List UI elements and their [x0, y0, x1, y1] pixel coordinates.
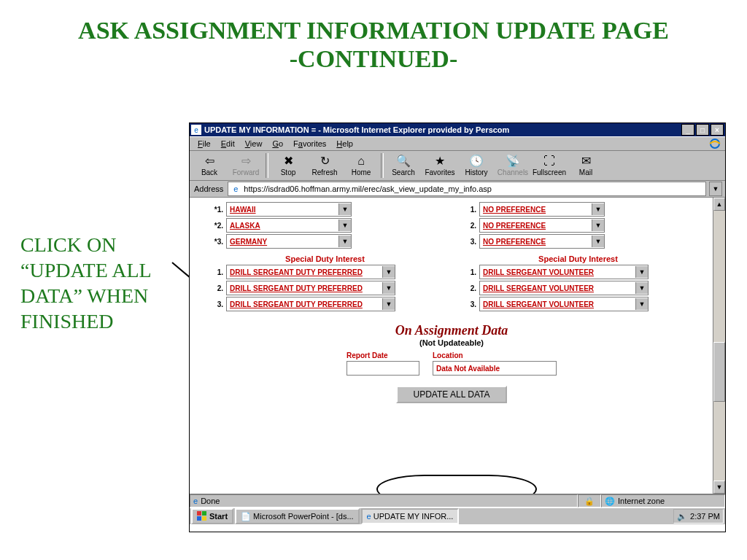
clock: 2:37 PM — [690, 512, 720, 521]
oad-subheading: (Not Updateable) — [198, 338, 705, 347]
scroll-down-button[interactable]: ▼ — [713, 481, 725, 494]
chevron-down-icon: ▼ — [382, 298, 395, 310]
start-label: Start — [209, 512, 228, 521]
fullscreen-icon: ⛶ — [543, 155, 555, 168]
pref-select[interactable]: NO PREFERENCE▼ — [479, 218, 605, 233]
tray-icon[interactable]: 🔈 — [677, 512, 687, 521]
page-icon: e — [191, 125, 201, 135]
sdi-select[interactable]: DRILL SERGEANT VOLUNTEER▼ — [479, 281, 649, 295]
page-icon: e — [193, 497, 198, 505]
maximize-button[interactable]: □ — [696, 124, 709, 136]
sdi-heading: Special Duty Interest — [452, 254, 705, 263]
system-tray: 🔈 2:37 PM — [673, 509, 724, 524]
minimize-button[interactable]: _ — [681, 124, 694, 136]
menubar: File Edit View Go Favorites Help — [190, 136, 725, 151]
close-button[interactable]: × — [711, 124, 724, 136]
pref-index: *1. — [198, 206, 226, 214]
sdi-select[interactable]: DRILL SERGEANT DUTY PREFERRED▼ — [226, 265, 395, 279]
windows-logo-icon — [197, 511, 207, 521]
history-button[interactable]: 🕓History — [458, 152, 495, 179]
oad-heading: On Assignment Data — [198, 323, 705, 338]
pref-index: 3. — [452, 238, 479, 246]
instruction-note: CLICK ON “UPDATE ALL DATA” WHEN FINISHED — [20, 232, 166, 334]
chevron-down-icon: ▼ — [635, 266, 648, 278]
scroll-thumb[interactable] — [713, 342, 725, 402]
lock-icon: 🔒 — [584, 497, 595, 506]
chevron-down-icon: ▼ — [592, 203, 604, 215]
scroll-up-button[interactable]: ▲ — [713, 198, 725, 211]
menu-file[interactable]: File — [193, 139, 216, 148]
titlebar: e UPDATE MY INFORMATION = - Microsoft In… — [190, 123, 725, 136]
sdi-heading: Special Duty Interest — [198, 254, 452, 263]
back-icon: ⇦ — [205, 155, 214, 168]
window-title: UPDATE MY INFORMATION = - Microsoft Inte… — [204, 125, 681, 134]
menu-go[interactable]: Go — [267, 139, 288, 148]
search-button[interactable]: 🔍Search — [385, 152, 422, 179]
svg-rect-3 — [197, 511, 201, 516]
sdi-select[interactable]: DRILL SERGEANT VOLUNTEER▼ — [479, 297, 649, 311]
chevron-down-icon: ▼ — [338, 203, 351, 215]
callout-oval-icon — [376, 475, 537, 494]
menu-view[interactable]: View — [240, 139, 268, 148]
home-button[interactable]: ⌂Home — [343, 152, 379, 179]
menu-edit[interactable]: Edit — [216, 139, 240, 148]
chevron-down-icon: ▼ — [592, 219, 604, 231]
sdi-index: 1. — [452, 268, 479, 276]
report-date-field — [347, 361, 419, 376]
favorites-button[interactable]: ★Favorites — [422, 152, 458, 179]
back-button[interactable]: ⇦Back — [191, 152, 228, 179]
sdi-select[interactable]: DRILL SERGEANT DUTY PREFERRED▼ — [226, 281, 395, 295]
pref-index: *3. — [198, 238, 226, 246]
forward-button[interactable]: ⇨Forward — [228, 152, 264, 179]
pref-select[interactable]: HAWAII▼ — [226, 202, 352, 217]
toolbar: ⇦Back ⇨Forward ✖Stop ↻Refresh ⌂Home 🔍Sea… — [190, 151, 725, 181]
scroll-track[interactable] — [713, 211, 725, 481]
security-zone: Internet zone — [618, 497, 665, 505]
update-all-data-button[interactable]: UPDATE ALL DATA — [396, 386, 508, 403]
chevron-down-icon: ▼ — [382, 282, 395, 294]
globe-icon: 🌐 — [605, 497, 615, 506]
sdi-index: 2. — [198, 284, 226, 292]
pref-index: 2. — [452, 222, 479, 230]
address-input[interactable]: e https://isdrad06.hoffman.army.mil/erec… — [228, 182, 706, 196]
taskbar-item-powerpoint[interactable]: 📄 Microsoft PowerPoint - [ds... — [235, 508, 360, 524]
history-icon: 🕓 — [469, 155, 484, 168]
pref-index: *2. — [198, 222, 226, 230]
channels-icon: 📡 — [506, 155, 520, 168]
menu-favorites[interactable]: Favorites — [288, 139, 331, 148]
sdi-index: 1. — [198, 268, 226, 276]
slide-title: ASK ASSIGNMENT INFORMATION UPDATE PAGE -… — [0, 16, 747, 73]
slide-title-line2: -CONTINUED- — [0, 44, 747, 73]
chevron-down-icon: ▼ — [382, 266, 395, 278]
stop-button[interactable]: ✖Stop — [270, 152, 306, 179]
forward-icon: ⇨ — [241, 155, 251, 168]
fullscreen-button[interactable]: ⛶Fullscreen — [531, 152, 568, 179]
browser-window: e UPDATE MY INFORMATION = - Microsoft In… — [190, 123, 725, 532]
address-dropdown-button[interactable]: ▼ — [709, 182, 722, 196]
mail-button[interactable]: ✉Mail — [568, 152, 604, 179]
pref-select[interactable]: GERMANY▼ — [226, 234, 352, 249]
pref-select[interactable]: ALASKA▼ — [226, 218, 352, 233]
pref-select[interactable]: NO PREFERENCE▼ — [479, 202, 605, 217]
taskbar: Start 📄 Microsoft PowerPoint - [ds... e … — [190, 508, 725, 524]
address-label: Address — [193, 184, 225, 193]
pref-index: 1. — [452, 206, 479, 214]
page-content: *1. HAWAII▼ *2. ALASKA▼ *3. GERMANY▼ 1. … — [190, 198, 725, 494]
svg-point-2 — [711, 139, 719, 148]
home-icon: ⌂ — [357, 155, 365, 168]
address-bar: Address e https://isdrad06.hoffman.army.… — [190, 181, 725, 198]
chevron-down-icon: ▼ — [338, 236, 351, 247]
slide-title-line1: ASK ASSIGNMENT INFORMATION UPDATE PAGE — [0, 16, 747, 44]
sdi-select[interactable]: DRILL SERGEANT DUTY PREFERRED▼ — [226, 297, 395, 311]
pref-select[interactable]: NO PREFERENCE▼ — [479, 234, 605, 249]
menu-help[interactable]: Help — [331, 139, 358, 148]
refresh-button[interactable]: ↻Refresh — [306, 152, 343, 179]
taskbar-item-ie[interactable]: e UPDATE MY INFOR... — [361, 508, 460, 524]
svg-rect-6 — [202, 516, 206, 521]
start-button[interactable]: Start — [191, 508, 233, 524]
channels-button[interactable]: 📡Channels — [495, 152, 531, 179]
chevron-down-icon: ▼ — [592, 236, 604, 247]
favorites-icon: ★ — [435, 155, 445, 168]
sdi-select[interactable]: DRILL SERGEANT VOLUNTEER▼ — [479, 265, 649, 279]
vertical-scrollbar[interactable]: ▲ ▼ — [713, 198, 725, 494]
